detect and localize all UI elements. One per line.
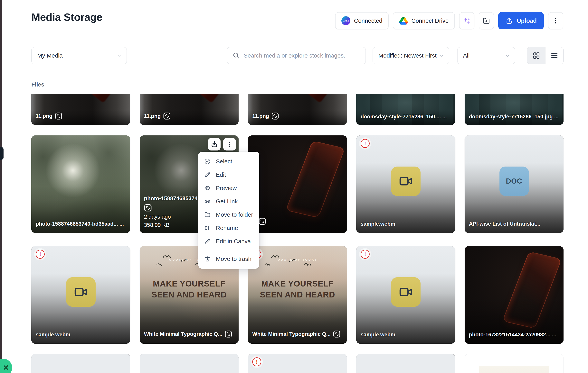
new-folder-button[interactable] (479, 12, 494, 29)
file-name-label: 11.png (144, 112, 235, 120)
rename-icon (204, 225, 211, 231)
view-toggle (527, 47, 564, 64)
loading-placeholder (31, 354, 130, 373)
menu-item-preview[interactable]: Preview (198, 181, 259, 195)
select-icon (204, 158, 211, 165)
kebab-menu-icon (226, 141, 233, 148)
upload-label: Upload (517, 17, 537, 24)
upload-icon (505, 17, 513, 25)
expand-icon[interactable] (55, 112, 62, 120)
loading-placeholder (140, 354, 239, 373)
sparkles-icon (462, 16, 471, 25)
file-name-label: photo-1678221514434-2a20932... ... (469, 332, 560, 338)
card-more-button[interactable] (223, 138, 236, 151)
expand-icon[interactable] (225, 330, 232, 338)
file-name-label: API-wise List of Untranslat... (469, 221, 560, 227)
upload-button[interactable]: Upload (498, 12, 544, 29)
media-card[interactable]: ! sample.webm (31, 246, 130, 344)
chevron-down-icon (504, 53, 510, 59)
loading-placeholder (248, 354, 347, 373)
trash-icon (204, 256, 211, 262)
media-card[interactable]: 11.png (248, 94, 347, 125)
media-card[interactable]: ! (248, 354, 347, 373)
video-file-icon (66, 277, 95, 307)
menu-item-get-link[interactable]: Get Link (198, 195, 259, 208)
media-card[interactable]: photo-1678221514434-2a20932... ... (465, 246, 564, 344)
media-card[interactable] (356, 354, 455, 373)
chat-widget-button[interactable]: ✕ (0, 359, 12, 373)
file-name-label: White Minimal Typographic Q... (144, 330, 235, 338)
file-name-label: doomsday-style-7715286_150.jpg ... (469, 114, 560, 120)
preview-icon (204, 185, 211, 192)
type-filter-value: All (463, 52, 470, 59)
video-file-icon (391, 167, 420, 196)
collection-select-value: My Media (37, 52, 63, 59)
media-card[interactable]: ! sample.webm (356, 135, 455, 233)
menu-item-edit-in-canva[interactable]: Edit in Canva (198, 235, 259, 248)
connect-drive-label: Connect Drive (411, 17, 449, 24)
kebab-menu-icon (552, 17, 559, 24)
media-card[interactable]: doomsday-style-7715286_150.... ... (356, 94, 455, 125)
left-edge-strip (0, 0, 2, 373)
warning-icon: ! (361, 139, 370, 148)
media-card[interactable] (31, 354, 130, 373)
media-card[interactable]: 11.png (140, 94, 239, 125)
expand-icon[interactable] (333, 330, 340, 338)
connect-drive-button[interactable]: Connect Drive (393, 12, 455, 29)
menu-item-select[interactable]: Select (198, 155, 259, 168)
expand-icon[interactable] (144, 204, 152, 212)
folder-plus-icon (482, 17, 491, 25)
edit-icon (204, 171, 211, 178)
warning-icon: ! (361, 250, 370, 259)
grid-view-button[interactable] (527, 47, 545, 64)
expand-icon[interactable] (272, 112, 279, 120)
chevron-down-icon (116, 52, 122, 59)
download-icon (210, 140, 218, 148)
link-icon (204, 198, 211, 205)
menu-item-edit[interactable]: Edit (198, 168, 259, 181)
media-card[interactable]: QUOTE OF TODAY MAKE YOURSELF SEEN AND HE… (248, 246, 347, 344)
collection-select[interactable]: My Media (31, 47, 127, 64)
grid-view-icon (532, 52, 540, 60)
menu-item-move-to-folder[interactable]: Move to folder (198, 208, 259, 221)
search-bar (227, 47, 366, 64)
menu-divider (198, 250, 259, 250)
media-card[interactable] (140, 354, 239, 373)
media-card[interactable]: photo-1588746853740-bd35aad... ... (31, 135, 130, 233)
file-name-label: 11.png (36, 112, 127, 120)
warning-icon: ! (252, 357, 261, 366)
media-card[interactable]: doomsday-style-7715286_150.jpg ... (465, 94, 564, 125)
file-name-label: sample.webm (36, 332, 127, 338)
card-context-menu: Select Edit Preview Get Link Move to fol… (198, 152, 259, 269)
download-button[interactable] (208, 138, 220, 151)
header-actions: Canva Connected Connect Drive (335, 12, 563, 29)
media-card[interactable]: ! sample.webm (356, 246, 455, 344)
expand-icon[interactable] (259, 218, 266, 225)
file-name-label: sample.webm (361, 332, 452, 338)
media-storage-page: Media Storage Canva Connected Connect Dr… (0, 0, 588, 373)
image-thumbnail (479, 366, 549, 373)
file-name-label: doomsday-style-7715286_150.... ... (361, 114, 452, 120)
canva-logo-icon: Canva (341, 16, 350, 25)
media-card[interactable] (248, 135, 347, 233)
loading-placeholder (356, 354, 455, 373)
doc-file-icon: DOC (499, 167, 529, 196)
media-card[interactable]: DOC API-wise List of Untranslat... (465, 135, 564, 233)
media-card[interactable]: 11.png (31, 94, 130, 125)
video-file-icon (391, 277, 420, 307)
media-card[interactable] (465, 354, 564, 373)
type-filter-select[interactable]: All (457, 47, 515, 64)
sort-select[interactable]: Modified: Newest First (373, 47, 449, 64)
sort-select-value: Modified: Newest First (378, 52, 437, 59)
left-edge-notch (0, 147, 3, 160)
header-more-button[interactable] (548, 12, 563, 29)
menu-item-move-to-trash[interactable]: Move to trash (198, 252, 259, 266)
search-input[interactable] (227, 47, 366, 64)
ai-sparkles-button[interactable] (459, 12, 474, 29)
canva-connected-button[interactable]: Canva Connected (335, 12, 388, 29)
list-view-button[interactable] (545, 47, 563, 64)
menu-item-rename[interactable]: Rename (198, 221, 259, 235)
expand-icon[interactable] (163, 112, 171, 120)
list-view-icon (551, 52, 558, 60)
chevron-down-icon (439, 53, 445, 59)
